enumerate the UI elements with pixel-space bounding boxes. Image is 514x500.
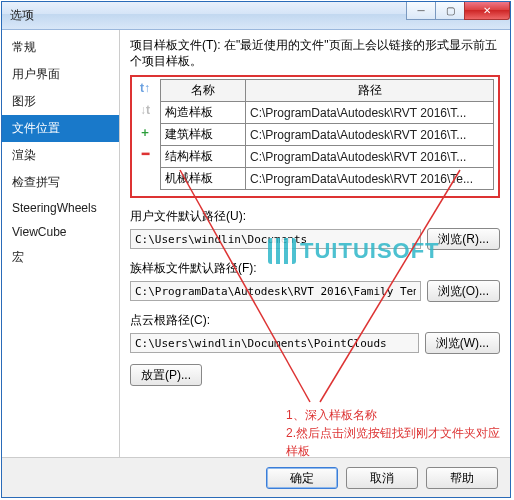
sidebar-item-render[interactable]: 渲染 <box>2 142 119 169</box>
sidebar-item-general[interactable]: 常规 <box>2 34 119 61</box>
dialog-footer: 确定 取消 帮助 <box>2 457 510 497</box>
move-down-icon[interactable]: ↓t <box>138 103 152 117</box>
family-path-group: 族样板文件默认路径(F): 浏览(O)... <box>130 260 500 302</box>
user-path-input[interactable] <box>130 229 421 249</box>
remove-icon[interactable]: ━ <box>138 147 152 161</box>
family-path-label: 族样板文件默认路径(F): <box>130 260 500 277</box>
table-row[interactable]: 建筑样板C:\ProgramData\Autodesk\RVT 2016\T..… <box>161 124 494 146</box>
user-path-browse-button[interactable]: 浏览(R)... <box>427 228 500 250</box>
annotation-line1: 1、深入样板名称 <box>286 406 510 424</box>
table-side-buttons: t↑ ↓t ＋ ━ <box>138 81 152 161</box>
add-icon[interactable]: ＋ <box>138 125 152 139</box>
sidebar-item-steeringwheels[interactable]: SteeringWheels <box>2 196 119 220</box>
minimize-button[interactable]: ─ <box>406 2 436 20</box>
table-row[interactable]: 结构样板C:\ProgramData\Autodesk\RVT 2016\T..… <box>161 146 494 168</box>
table-row[interactable]: 机械样板C:\ProgramData\Autodesk\RVT 2016\Te.… <box>161 168 494 190</box>
sidebar-item-spellcheck[interactable]: 检查拼写 <box>2 169 119 196</box>
options-dialog: 选项 ─ ▢ ✕ 常规 用户界面 图形 文件位置 渲染 检查拼写 Steerin… <box>1 1 511 498</box>
main-panel: 项目样板文件(T): 在"最近使用的文件"页面上会以链接的形式显示前五个项目样板… <box>120 30 510 457</box>
family-path-input[interactable] <box>130 281 421 301</box>
annotation-line2: 2.然后点击浏览按钮找到刚才文件夹对应样板 <box>286 424 510 457</box>
family-path-browse-button[interactable]: 浏览(O)... <box>427 280 500 302</box>
col-path[interactable]: 路径 <box>246 80 494 102</box>
sidebar-item-viewcube[interactable]: ViewCube <box>2 220 119 244</box>
close-button[interactable]: ✕ <box>464 2 510 20</box>
dialog-body: 常规 用户界面 图形 文件位置 渲染 检查拼写 SteeringWheels V… <box>2 30 510 457</box>
template-description: 项目样板文件(T): 在"最近使用的文件"页面上会以链接的形式显示前五个项目样板… <box>130 38 500 69</box>
col-name[interactable]: 名称 <box>161 80 246 102</box>
sidebar-item-ui[interactable]: 用户界面 <box>2 61 119 88</box>
move-up-icon[interactable]: t↑ <box>138 81 152 95</box>
cloud-path-group: 点云根路径(C): 浏览(W)... <box>130 312 500 354</box>
sidebar-item-macros[interactable]: 宏 <box>2 244 119 271</box>
cloud-path-label: 点云根路径(C): <box>130 312 500 329</box>
user-path-label: 用户文件默认路径(U): <box>130 208 500 225</box>
ok-button[interactable]: 确定 <box>266 467 338 489</box>
places-group: 放置(P)... <box>130 364 500 386</box>
table-row[interactable]: 构造样板C:\ProgramData\Autodesk\RVT 2016\T..… <box>161 102 494 124</box>
user-path-group: 用户文件默认路径(U): 浏览(R)... <box>130 208 500 250</box>
maximize-button[interactable]: ▢ <box>435 2 465 20</box>
template-table-area: t↑ ↓t ＋ ━ 名称 路径 构造样板C:\ProgramData\Autod… <box>130 75 500 198</box>
template-table[interactable]: 名称 路径 构造样板C:\ProgramData\Autodesk\RVT 20… <box>160 79 494 190</box>
places-button[interactable]: 放置(P)... <box>130 364 202 386</box>
sidebar-item-graphics[interactable]: 图形 <box>2 88 119 115</box>
window-title: 选项 <box>10 7 34 24</box>
titlebar[interactable]: 选项 ─ ▢ ✕ <box>2 2 510 30</box>
annotation-text: 1、深入样板名称 2.然后点击浏览按钮找到刚才文件夹对应样板 <box>286 406 510 457</box>
cancel-button[interactable]: 取消 <box>346 467 418 489</box>
cloud-path-input[interactable] <box>130 333 419 353</box>
help-button[interactable]: 帮助 <box>426 467 498 489</box>
cloud-path-browse-button[interactable]: 浏览(W)... <box>425 332 500 354</box>
sidebar-item-file-locations[interactable]: 文件位置 <box>2 115 119 142</box>
window-buttons: ─ ▢ ✕ <box>407 2 510 20</box>
sidebar: 常规 用户界面 图形 文件位置 渲染 检查拼写 SteeringWheels V… <box>2 30 120 457</box>
